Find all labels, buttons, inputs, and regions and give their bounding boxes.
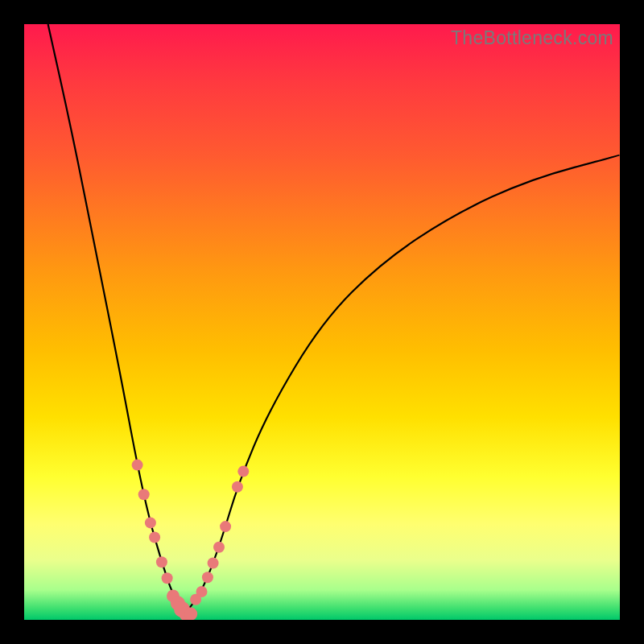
right-branch-curve	[185, 155, 620, 614]
bead-marker	[237, 466, 249, 477]
bead-marker	[232, 481, 243, 493]
bead-marker	[202, 572, 213, 583]
chart-svg	[24, 24, 620, 620]
chart-frame: TheBottleneck.com	[0, 0, 644, 644]
bead-marker	[220, 521, 231, 532]
bead-marker	[196, 586, 208, 597]
bead-group	[132, 460, 250, 620]
bead-marker	[149, 532, 160, 543]
bead-marker	[145, 517, 156, 528]
curve-group	[48, 24, 620, 614]
bead-marker	[138, 489, 150, 500]
left-branch-curve	[48, 24, 185, 614]
bead-marker	[208, 558, 219, 569]
bead-marker	[213, 542, 225, 553]
bead-marker	[132, 460, 143, 471]
bead-marker	[162, 572, 173, 584]
bead-marker	[184, 608, 197, 620]
plot-area: TheBottleneck.com	[24, 24, 620, 620]
bead-marker	[156, 556, 167, 568]
